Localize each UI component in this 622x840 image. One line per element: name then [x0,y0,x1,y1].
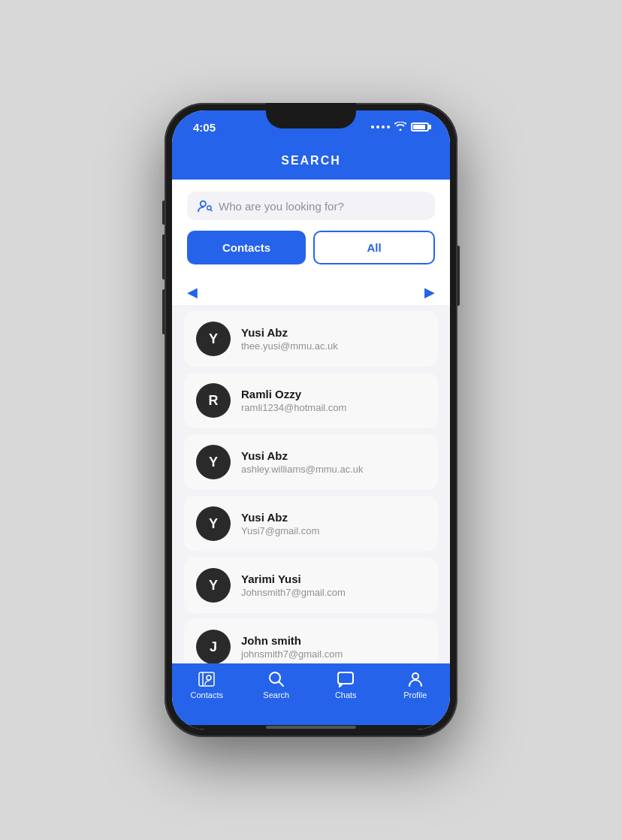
nav-item-chats[interactable]: Chats [311,669,381,699]
list-item[interactable]: YYarimi YusiJohnsmith7@gmail.com [184,557,438,613]
notch [266,103,356,128]
contact-info: John smithjohnsmith7@gmail.com [241,634,343,660]
signal-icon [371,125,390,128]
chats-nav-icon [337,671,355,687]
avatar: Y [196,506,231,541]
search-placeholder: Who are you looking for? [219,200,344,213]
contact-email: ashley.williams@mmu.ac.uk [241,464,364,475]
profile-nav-icon [407,671,424,687]
contact-info: Yusi Abzthee.yusi@mmu.ac.uk [241,326,338,352]
contact-info: Yarimi YusiJohnsmith7@gmail.com [241,573,346,598]
wifi-icon [394,121,406,133]
nav-item-search[interactable]: Search [242,669,312,699]
contact-name: John smith [241,634,343,647]
contact-name: Yusi Abz [241,511,319,524]
search-people-icon [198,199,213,213]
phone-frame: 4:05 SEARCH [165,103,457,737]
avatar: Y [196,445,231,479]
next-page-button[interactable]: ▶ [424,284,435,301]
contact-info: Ramli Ozzyramli1234@hotmail.com [241,388,346,413]
svg-line-2 [210,210,212,211]
avatar: Y [196,568,231,603]
page-header: SEARCH [172,148,450,180]
battery-icon [411,122,429,131]
home-indicator [172,725,450,730]
avatar: Y [196,322,231,356]
list-item[interactable]: YYusi Abzthee.yusi@mmu.ac.uk [184,311,438,367]
all-filter-button[interactable]: All [313,231,435,264]
svg-rect-8 [338,672,353,684]
contacts-nav-label: Contacts [191,690,223,699]
search-bar[interactable]: Who are you looking for? [187,192,435,220]
contact-name: Yarimi Yusi [241,573,346,585]
list-item[interactable]: JJohn smithjohnsmith7@gmail.com [184,619,438,663]
contact-email: johnsmith7@gmail.com [241,648,343,660]
bottom-navigation: Contacts Search Chats [172,663,450,725]
contact-name: Yusi Abz [241,449,364,462]
svg-point-9 [412,673,418,679]
search-nav-label: Search [263,690,289,699]
svg-line-7 [279,682,283,687]
filter-buttons: Contacts All [187,231,435,264]
contact-email: Yusi7@gmail.com [241,525,319,536]
status-time: 4:05 [193,121,216,134]
list-item[interactable]: RRamli Ozzyramli1234@hotmail.com [184,373,438,428]
phone-screen: 4:05 SEARCH [172,110,450,730]
list-item[interactable]: YYusi AbzYusi7@gmail.com [184,496,438,551]
nav-item-contacts[interactable]: Contacts [172,669,242,699]
list-item[interactable]: YYusi Abzashley.williams@mmu.ac.uk [184,434,438,490]
pagination-row: ◀ ▶ [172,276,450,305]
svg-point-5 [207,675,211,680]
svg-point-0 [201,201,206,207]
contact-name: Yusi Abz [241,326,338,339]
contacts-list: YYusi Abzthee.yusi@mmu.ac.ukRRamli Ozzyr… [172,305,450,663]
avatar: R [196,383,231,418]
contacts-nav-icon [198,671,216,687]
chats-nav-label: Chats [335,690,357,699]
contact-email: thee.yusi@mmu.ac.uk [241,340,338,352]
contact-email: Johnsmith7@gmail.com [241,587,346,598]
contact-email: ramli1234@hotmail.com [241,402,346,413]
status-icons [371,121,429,133]
contact-info: Yusi Abzashley.williams@mmu.ac.uk [241,449,364,475]
profile-nav-label: Profile [403,690,427,699]
contacts-filter-button[interactable]: Contacts [187,231,306,264]
contact-name: Ramli Ozzy [241,388,346,400]
prev-page-button[interactable]: ◀ [187,284,198,301]
avatar: J [196,630,231,663]
contact-info: Yusi AbzYusi7@gmail.com [241,511,319,536]
search-nav-icon [268,671,285,687]
main-content: Who are you looking for? Contacts All ◀ … [172,180,450,663]
search-section: Who are you looking for? Contacts All [172,180,450,276]
nav-item-profile[interactable]: Profile [381,669,451,699]
page-title: SEARCH [281,154,341,167]
